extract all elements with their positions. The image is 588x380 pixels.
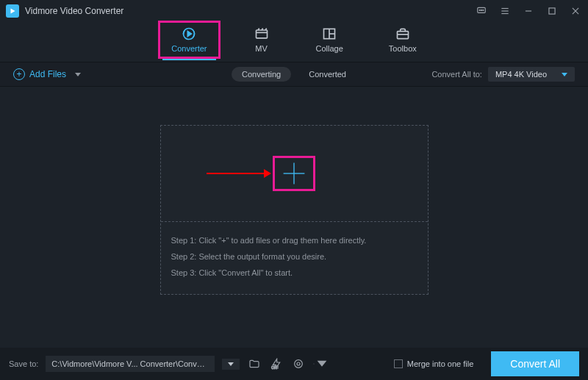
- titlebar: Vidmore Video Converter: [0, 0, 588, 22]
- collage-icon: [320, 26, 338, 41]
- subbar: + Add Files Converting Converted Convert…: [0, 62, 588, 87]
- tab-label: Toolbox: [389, 44, 417, 53]
- tab-label: Collage: [316, 44, 343, 53]
- tab-converter[interactable]: Converter: [167, 25, 211, 54]
- annotation-arrow: [207, 173, 265, 174]
- checkbox-icon: [394, 359, 403, 368]
- tab-toolbox[interactable]: Toolbox: [384, 25, 421, 54]
- app-title: Vidmore Video Converter: [25, 6, 123, 16]
- tab-collage[interactable]: Collage: [312, 25, 348, 54]
- converted-tab[interactable]: Converted: [298, 67, 356, 82]
- convert-all-to: Convert All to: MP4 4K Video: [431, 67, 575, 82]
- merge-checkbox[interactable]: Merge into one file: [394, 359, 474, 368]
- svg-point-4: [483, 10, 484, 10]
- chevron-down-icon: [562, 73, 567, 76]
- status-segment: Converting Converted: [232, 67, 356, 82]
- tab-label: Converter: [171, 44, 207, 53]
- instruction-steps: Step 1: Click "+" to add files or drag t…: [161, 222, 428, 294]
- convert-all-button[interactable]: Convert All: [491, 351, 579, 376]
- toolbox-icon: [394, 26, 412, 41]
- converting-tab[interactable]: Converting: [232, 67, 291, 82]
- mv-icon: [253, 26, 270, 41]
- format-selected-label: MP4 4K Video: [495, 70, 547, 79]
- svg-point-28: [295, 360, 303, 368]
- plus-icon: [281, 160, 307, 187]
- main-tabs: Converter MV Collage Toolbox: [0, 22, 588, 62]
- tab-label: MV: [255, 44, 268, 53]
- drop-zone[interactable]: Step 1: Click "+" to add files or drag t…: [160, 125, 429, 295]
- menu-icon[interactable]: [498, 4, 512, 18]
- svg-rect-9: [549, 8, 555, 14]
- svg-marker-31: [318, 360, 327, 366]
- minimize-icon[interactable]: [522, 4, 535, 18]
- bottom-bar: Save to: C:\Vidmore\Vidmore V... Convert…: [0, 348, 588, 380]
- chevron-down-icon: [75, 73, 81, 76]
- output-path-dropdown[interactable]: [222, 359, 240, 370]
- merge-label: Merge into one file: [407, 359, 474, 368]
- app-logo-icon: [6, 4, 19, 18]
- svg-rect-14: [256, 30, 267, 38]
- step-text: Step 1: Click "+" to add files or drag t…: [171, 232, 417, 248]
- svg-point-2: [479, 10, 480, 10]
- step-text: Step 3: Click "Convert All" to start.: [171, 265, 417, 281]
- converter-icon: [180, 26, 198, 41]
- drop-zone-top: [161, 126, 428, 221]
- add-files-button[interactable]: + Add Files: [13, 68, 81, 80]
- step-text: Step 2: Select the output format you des…: [171, 248, 417, 265]
- output-path-field[interactable]: C:\Vidmore\Vidmore V... Converter\Conver…: [46, 356, 215, 372]
- svg-point-29: [297, 362, 300, 365]
- svg-text:OFF: OFF: [272, 366, 279, 370]
- svg-point-30: [314, 364, 315, 365]
- chevron-down-icon: [228, 362, 234, 366]
- main-area: Step 1: Click "+" to add files or drag t…: [0, 87, 588, 333]
- window-controls: [475, 4, 582, 18]
- hardware-accel-icon[interactable]: OFF: [269, 356, 284, 371]
- add-files-plus-button[interactable]: [273, 156, 315, 191]
- output-format-dropdown[interactable]: MP4 4K Video: [488, 67, 575, 82]
- high-speed-icon[interactable]: [291, 356, 306, 371]
- open-folder-icon[interactable]: [247, 356, 262, 371]
- tab-mv[interactable]: MV: [248, 25, 275, 54]
- add-files-label: Add Files: [29, 69, 66, 79]
- close-icon[interactable]: [569, 4, 582, 18]
- chevron-down-icon: [316, 357, 328, 371]
- svg-marker-13: [188, 32, 192, 37]
- maximize-icon[interactable]: [545, 4, 559, 18]
- feedback-icon[interactable]: [475, 4, 488, 18]
- svg-marker-0: [11, 9, 15, 14]
- plus-circle-icon: +: [13, 68, 25, 80]
- convert-all-to-label: Convert All to:: [431, 70, 481, 79]
- svg-point-3: [481, 10, 481, 10]
- save-to-label: Save to:: [9, 359, 38, 368]
- settings-icon[interactable]: [313, 356, 328, 371]
